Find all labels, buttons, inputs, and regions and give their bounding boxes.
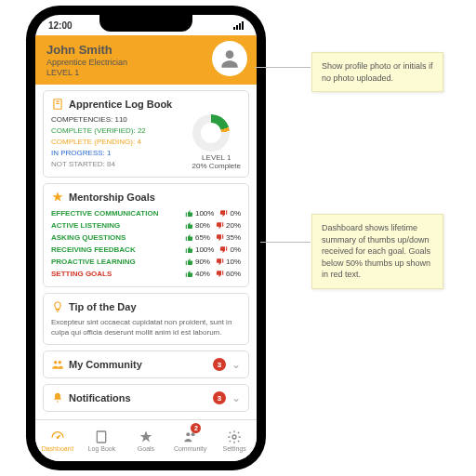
stat-verified: COMPLETE (VERIFIED): 22 <box>51 126 146 137</box>
goal-name: RECEIVING FEEDBACK <box>51 245 136 254</box>
tab-logbook[interactable]: Log Book <box>80 420 125 461</box>
tab-label: Community <box>174 445 206 452</box>
connector <box>260 242 311 243</box>
book-icon <box>94 430 109 444</box>
gear-icon <box>227 430 242 444</box>
people-icon <box>51 358 64 371</box>
stat-inprogress: IN PROGRESS: 1 <box>51 148 146 159</box>
pie-icon <box>192 114 230 152</box>
tab-goals[interactable]: Goals <box>124 420 168 461</box>
thumbs-up-icon: 100% <box>185 245 214 254</box>
avatar[interactable] <box>212 41 247 76</box>
svg-point-4 <box>54 361 58 364</box>
notch <box>99 15 192 32</box>
goal-row: PROACTIVE LEARNING 90% 10% <box>51 256 241 268</box>
svg-rect-7 <box>98 431 106 443</box>
mentorship-title: Mentorship Goals <box>69 192 155 203</box>
chevron-down-icon: ⌄ <box>231 358 241 371</box>
thumbs-down-icon: 60% <box>216 270 241 278</box>
signal-icon <box>233 21 244 30</box>
thumbs-up-icon: 80% <box>185 221 210 230</box>
logbook-card[interactable]: Apprentice Log Book COMPETENCIES: 110 CO… <box>43 90 249 178</box>
goal-row: EFFECTIVE COMMUNICATION 100% 0% <box>51 207 241 219</box>
chart-level: LEVEL 1 <box>192 153 241 162</box>
profile-header: John Smith Apprentice Electrician LEVEL … <box>35 35 257 85</box>
svg-point-10 <box>232 435 236 439</box>
notifications-title: Notifications <box>69 392 131 403</box>
goal-row: ACTIVE LISTENING 80% 20% <box>51 219 241 231</box>
goal-row: SETTING GOALS 40% 60% <box>51 268 241 280</box>
tab-settings[interactable]: Settings <box>212 420 257 461</box>
tab-label: Log Book <box>88 445 116 452</box>
chart-pct: 20% Complete <box>192 162 241 170</box>
star-icon <box>51 191 64 204</box>
chevron-down-icon: ⌄ <box>231 391 241 404</box>
thumbs-up-icon: 65% <box>185 233 210 242</box>
goal-name: ASKING QUESTIONS <box>51 233 126 242</box>
tab-label: Dashboard <box>42 445 73 452</box>
content: Apprentice Log Book COMPETENCIES: 110 CO… <box>35 85 257 442</box>
goal-name: PROACTIVE LEARNING <box>51 258 136 266</box>
goal-name: EFFECTIVE COMMUNICATION <box>51 209 158 218</box>
goal-row: RECEIVING FEEDBACK 100% 0% <box>51 244 241 256</box>
community-badge: 3 <box>213 358 226 371</box>
book-icon <box>51 98 64 111</box>
tab-label: Settings <box>223 445 246 452</box>
svg-point-0 <box>226 50 234 59</box>
bell-icon <box>51 391 64 404</box>
logbook-title: Apprentice Log Book <box>69 99 172 110</box>
status-time: 12:00 <box>48 20 73 31</box>
thumbs-down-icon: 10% <box>216 258 241 266</box>
stat-competencies: COMPETENCIES: 110 <box>51 114 146 126</box>
logbook-stats: COMPETENCIES: 110 COMPLETE (VERIFIED): 2… <box>51 114 146 170</box>
svg-point-6 <box>57 437 58 438</box>
goals-list: EFFECTIVE COMMUNICATION 100% 0%ACTIVE LI… <box>51 207 241 280</box>
annotation-goals: Dashboard shows lifetime summary of thum… <box>311 214 443 289</box>
tab-dashboard[interactable]: Dashboard <box>35 420 80 461</box>
goal-name: SETTING GOALS <box>51 270 112 278</box>
svg-point-8 <box>186 432 190 436</box>
community-title: My Community <box>69 359 142 370</box>
mentorship-card[interactable]: Mentorship Goals EFFECTIVE COMMUNICATION… <box>43 183 249 287</box>
screen: 12:00 John Smith Apprentice Electrician … <box>35 15 257 461</box>
connector <box>255 67 311 68</box>
thumbs-down-icon: 0% <box>219 209 241 218</box>
goal-row: ASKING QUESTIONS 65% 35% <box>51 231 241 244</box>
notifications-card[interactable]: Notifications 3 ⌄ <box>43 384 249 412</box>
thumbs-up-icon: 90% <box>185 258 210 266</box>
community-tab-badge: 2 <box>191 423 201 433</box>
bulb-icon <box>51 300 64 313</box>
phone-frame: 12:00 John Smith Apprentice Electrician … <box>26 6 266 470</box>
stat-pending: COMPLETE (PENDING): 4 <box>51 137 146 148</box>
thumbs-down-icon: 35% <box>216 233 241 242</box>
tab-label: Goals <box>138 445 154 452</box>
tip-title: Tip of the Day <box>69 301 137 312</box>
progress-chart: LEVEL 1 20% Complete <box>192 114 241 170</box>
stat-notstarted: NOT STARTED: 84 <box>51 159 146 170</box>
gauge-icon <box>50 430 65 444</box>
tab-bar: Dashboard Log Book Goals 2 Community Set… <box>35 419 257 461</box>
notifications-badge: 3 <box>213 391 226 404</box>
thumbs-down-icon: 0% <box>219 245 241 254</box>
thumbs-up-icon: 100% <box>185 209 214 218</box>
tab-community[interactable]: 2 Community <box>168 420 213 461</box>
svg-point-5 <box>59 361 62 364</box>
tip-card[interactable]: Tip of the Day Excepteur sint occaecat c… <box>43 293 249 345</box>
thumbs-down-icon: 20% <box>216 221 241 230</box>
star-icon <box>139 430 153 444</box>
person-icon <box>218 46 242 71</box>
thumbs-up-icon: 40% <box>185 270 210 278</box>
annotation-avatar: Show profile photo or initials if no pho… <box>311 52 443 92</box>
tip-text: Excepteur sint occaecat cupidatat non pr… <box>51 317 241 337</box>
goal-name: ACTIVE LISTENING <box>51 221 120 230</box>
community-card[interactable]: My Community 3 ⌄ <box>43 350 249 378</box>
